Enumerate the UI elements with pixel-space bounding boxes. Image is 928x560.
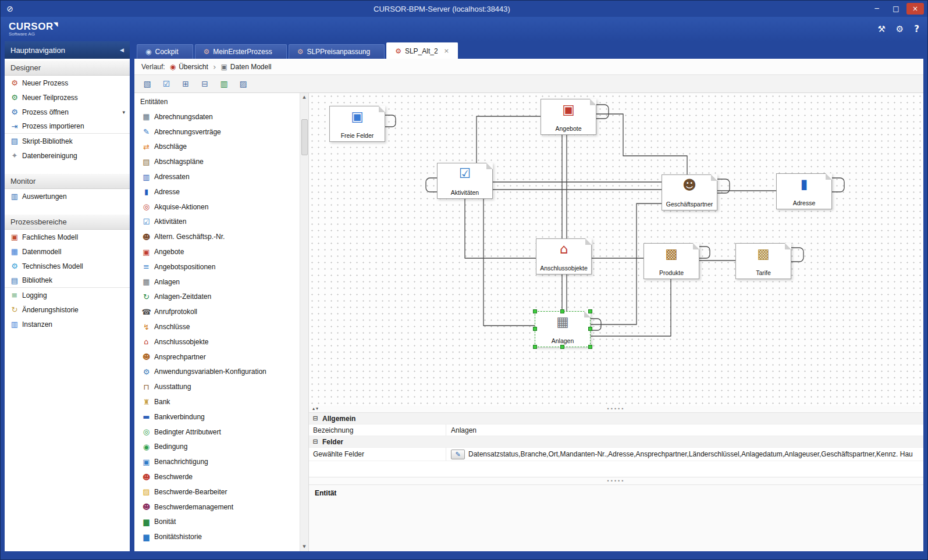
entity-item[interactable]: ☎ Anrufprotokoll: [134, 304, 300, 319]
selection-handle[interactable]: [588, 345, 592, 349]
workflow-icon[interactable]: ⚙: [896, 24, 904, 34]
minimize-button[interactable]: ─: [868, 3, 886, 15]
diagram-node[interactable]: ▦ Anlagen: [535, 311, 591, 347]
sidebar-item[interactable]: ⚙ Neuer Prozess: [5, 76, 130, 90]
splitter-grip-icon[interactable]: •••••: [607, 478, 625, 484]
entity-item[interactable]: ☻ Beschwerde: [134, 469, 300, 484]
splitter-grip-icon[interactable]: •••••: [607, 406, 625, 412]
entity-item[interactable]: ↯ Anschlüsse: [134, 319, 300, 334]
entity-item[interactable]: ▬ Bankverbindung: [134, 409, 300, 425]
scroll-down-icon[interactable]: ▼: [300, 543, 308, 551]
logging-icon: ≡: [9, 291, 20, 299]
tab[interactable]: ◉ Cockpit: [137, 44, 193, 59]
diagram-node[interactable]: ☑ Aktivitäten: [437, 163, 493, 199]
layers-icon[interactable]: ▨: [236, 77, 250, 90]
properties-group-felder[interactable]: ⊟ Felder: [309, 436, 923, 448]
property-value[interactable]: Anlagen: [451, 426, 477, 434]
sidebar-item[interactable]: ▥ Instanzen: [5, 317, 130, 331]
property-value[interactable]: Datensatzstatus,Branche,Ort,Mandanten-Nr…: [468, 450, 913, 458]
tab[interactable]: ⚙ MeinErsterProzess: [195, 44, 287, 59]
entity-item[interactable]: ⇄ Abschläge: [134, 140, 300, 155]
splitter-properties-entity[interactable]: •••••: [309, 477, 923, 485]
entity-item[interactable]: ✎ Abrechnungsverträge: [134, 124, 300, 140]
sidebar-item[interactable]: ▣ Fachliches Modell: [5, 230, 130, 244]
edit-fields-button[interactable]: ✎: [451, 450, 465, 459]
sidebar-item[interactable]: ▥ Auswertungen: [5, 189, 130, 204]
breadcrumb-item-daten-modell[interactable]: ▣ Daten Modell: [221, 63, 271, 71]
diagram-node[interactable]: ⌂ Anschlussobjekte: [536, 238, 592, 274]
close-button[interactable]: ×: [906, 3, 924, 15]
sidebar-item[interactable]: ▤ Skript-Bibliothek: [5, 134, 130, 148]
sidebar-item[interactable]: ▤ Bibliothek: [5, 273, 130, 288]
entity-item[interactable]: ▆ Bonitätshistorie: [134, 529, 300, 544]
validate-icon[interactable]: ☑: [159, 77, 173, 90]
sidebar-item[interactable]: ▦ Datenmodell: [5, 244, 130, 259]
hierarchy-expand-icon[interactable]: ⊞: [179, 77, 193, 90]
collapse-icon[interactable]: ⊟: [312, 415, 319, 422]
tab[interactable]: ⚙ SLP_Alt_2 ×: [386, 42, 458, 59]
entity-item[interactable]: ⚙ Anwendungsvariablen-Konfiguration: [134, 365, 300, 380]
splitter-arrows[interactable]: ▴▾: [312, 406, 319, 411]
sidebar-item[interactable]: ⇥ Prozess importieren: [5, 119, 130, 134]
diagram-node[interactable]: ▩ Tarife: [735, 243, 791, 279]
sidebar-item[interactable]: ⚙ Technisches Modell: [5, 259, 130, 273]
entity-item[interactable]: ☻ Beschwerdemanagement: [134, 500, 300, 515]
selection-handle[interactable]: [533, 345, 537, 349]
entity-item[interactable]: ♜ Bank: [134, 394, 300, 409]
tools-icon[interactable]: ⚒: [877, 24, 885, 34]
entity-item[interactable]: ☻ Ansprechpartner: [134, 349, 300, 365]
scroll-thumb[interactable]: [301, 119, 308, 155]
diagram-node[interactable]: ▣ Angebote: [541, 99, 596, 135]
collapse-icon[interactable]: ⊟: [312, 438, 319, 445]
diagram-node[interactable]: ☻ Geschäftspartner: [662, 174, 717, 211]
selection-handle[interactable]: [560, 309, 564, 313]
report-icon[interactable]: ▧: [140, 77, 154, 90]
entity-item[interactable]: ▦ Abrechnungsdaten: [134, 109, 300, 124]
entity-item[interactable]: ▦ Anlagen: [134, 274, 300, 290]
entity-item[interactable]: ▣ Angebote: [134, 244, 300, 259]
entity-item[interactable]: ≡ Angebotspositionen: [134, 259, 300, 274]
entity-item[interactable]: ⌂ Anschlussobjekte: [134, 334, 300, 349]
selection-handle[interactable]: [560, 345, 564, 349]
diagram-node[interactable]: ▩ Produkte: [643, 243, 699, 279]
splitter-canvas-properties[interactable]: ▴▾ •••••: [309, 405, 923, 413]
entity-item[interactable]: ⊓ Ausstattung: [134, 379, 300, 394]
help-icon[interactable]: ?: [914, 24, 919, 34]
sidebar-item[interactable]: ✦ Datenbereinigung: [5, 148, 130, 163]
sidebar-item[interactable]: ≡ Logging: [5, 288, 130, 302]
entity-item[interactable]: ▤ Abschlagspläne: [134, 154, 300, 169]
maximize-button[interactable]: □: [887, 3, 905, 15]
entity-item[interactable]: ◉ Bedingung: [134, 440, 300, 455]
properties-group-allgemein[interactable]: ⊟ Allgemein: [309, 413, 923, 425]
entity-item[interactable]: ▥ Adressaten: [134, 169, 300, 184]
sidebar-item[interactable]: ↻ Änderungshistorie: [5, 302, 130, 317]
entity-item[interactable]: ☻ Altern. Geschäftsp.-Nr.: [134, 229, 300, 244]
sidebar-item[interactable]: ⚙ Neuer Teilprozess: [5, 90, 130, 105]
tab-close-icon[interactable]: ×: [444, 47, 449, 55]
entity-item[interactable]: ◎ Bedingter Attributwert: [134, 425, 300, 440]
splitter-down-icon[interactable]: ▾: [316, 406, 319, 411]
entity-item[interactable]: ▆ Bonität: [134, 515, 300, 530]
selection-handle[interactable]: [588, 309, 592, 313]
entity-scrollbar[interactable]: ▲ ▼: [300, 93, 308, 551]
diagram-canvas[interactable]: ▣ Freie Felder: [309, 93, 923, 405]
diagram-node[interactable]: ▮ Adresse: [776, 173, 832, 209]
entity-item[interactable]: ☑ Aktivitäten: [134, 215, 300, 230]
breadcrumb-item-uebersicht[interactable]: ◉ Übersicht: [170, 63, 208, 71]
selection-handle[interactable]: [588, 327, 592, 331]
dropdown-caret-icon[interactable]: ▾: [122, 109, 125, 115]
sidebar-collapse-icon[interactable]: ◀: [120, 47, 124, 53]
sidebar-item[interactable]: ⚙ Prozess öffnen ▾: [5, 105, 130, 119]
entity-item[interactable]: ◎ Akquise-Aktionen: [134, 199, 300, 215]
diagram-node[interactable]: ▣ Freie Felder: [329, 106, 385, 142]
selection-handle[interactable]: [533, 309, 537, 313]
entity-item[interactable]: ↻ Anlagen-Zeitdaten: [134, 290, 300, 305]
entity-item[interactable]: ▨ Beschwerde-Bearbeiter: [134, 484, 300, 500]
tab[interactable]: ⚙ SLPPreisanpassung: [289, 44, 385, 59]
chart-icon[interactable]: ▥: [217, 77, 231, 90]
scroll-up-icon[interactable]: ▲: [300, 93, 308, 102]
entity-item[interactable]: ▣ Benachrichtigung: [134, 454, 300, 469]
hierarchy-collapse-icon[interactable]: ⊟: [198, 77, 212, 90]
selection-handle[interactable]: [533, 327, 537, 331]
entity-item[interactable]: ▮ Adresse: [134, 184, 300, 199]
